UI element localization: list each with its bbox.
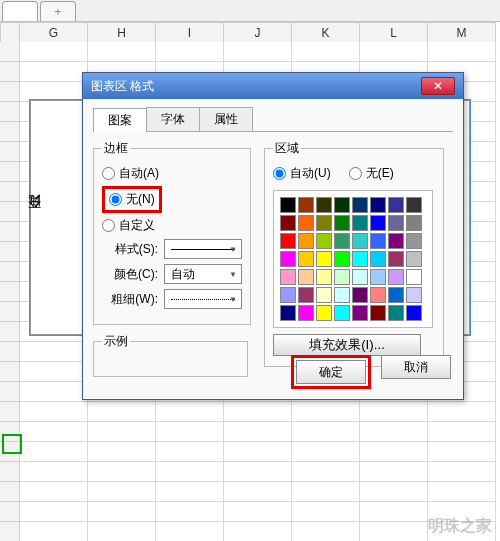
row-header[interactable]	[0, 322, 20, 342]
row-header[interactable]	[0, 242, 20, 262]
color-swatch[interactable]	[334, 215, 350, 231]
cell[interactable]	[292, 522, 360, 541]
cell[interactable]	[20, 42, 88, 62]
row-header[interactable]	[0, 142, 20, 162]
row-header[interactable]	[0, 102, 20, 122]
color-swatch[interactable]	[370, 251, 386, 267]
color-swatch[interactable]	[334, 233, 350, 249]
fill-effect-button[interactable]: 填充效果(I)...	[273, 334, 421, 356]
cell[interactable]	[88, 442, 156, 462]
cell[interactable]	[20, 422, 88, 442]
row-header[interactable]	[0, 262, 20, 282]
cell[interactable]	[292, 462, 360, 482]
row-header[interactable]	[0, 122, 20, 142]
cell[interactable]	[360, 502, 428, 522]
color-swatch[interactable]	[370, 197, 386, 213]
color-swatch[interactable]	[334, 287, 350, 303]
color-swatch[interactable]	[316, 233, 332, 249]
color-swatch[interactable]	[388, 215, 404, 231]
cell[interactable]	[360, 422, 428, 442]
cell[interactable]	[224, 402, 292, 422]
color-swatch[interactable]	[352, 251, 368, 267]
row-header[interactable]	[0, 362, 20, 382]
color-swatch[interactable]	[352, 197, 368, 213]
row-header[interactable]	[0, 482, 20, 502]
color-swatch[interactable]	[406, 251, 422, 267]
color-swatch[interactable]	[406, 197, 422, 213]
color-swatch[interactable]	[280, 251, 296, 267]
col-header[interactable]: M	[428, 22, 496, 44]
color-swatch[interactable]	[280, 233, 296, 249]
area-none-radio[interactable]	[349, 167, 362, 180]
cell[interactable]	[88, 522, 156, 541]
border-auto-radio[interactable]	[102, 167, 115, 180]
cell[interactable]	[428, 402, 496, 422]
cell[interactable]	[20, 382, 88, 402]
close-button[interactable]: ✕	[421, 77, 455, 95]
cell[interactable]	[156, 42, 224, 62]
color-swatch[interactable]	[316, 269, 332, 285]
cell[interactable]	[88, 422, 156, 442]
color-swatch[interactable]	[370, 269, 386, 285]
color-swatch[interactable]	[316, 251, 332, 267]
cell[interactable]	[156, 522, 224, 541]
color-combo[interactable]: 自动	[164, 264, 242, 284]
color-swatch[interactable]	[298, 197, 314, 213]
color-swatch[interactable]	[316, 305, 332, 321]
color-swatch[interactable]	[370, 287, 386, 303]
color-swatch[interactable]	[334, 197, 350, 213]
cell[interactable]	[156, 482, 224, 502]
color-swatch[interactable]	[352, 269, 368, 285]
color-swatch[interactable]	[280, 269, 296, 285]
row-header[interactable]	[0, 202, 20, 222]
col-header[interactable]: G	[20, 22, 88, 44]
row-header[interactable]	[0, 282, 20, 302]
color-swatch[interactable]	[298, 215, 314, 231]
color-swatch[interactable]	[352, 305, 368, 321]
row-header[interactable]	[0, 342, 20, 362]
cell[interactable]	[88, 482, 156, 502]
row-header[interactable]	[0, 42, 20, 62]
row-header[interactable]	[0, 222, 20, 242]
row-header[interactable]	[0, 462, 20, 482]
cell[interactable]	[292, 42, 360, 62]
style-combo[interactable]	[164, 239, 242, 259]
cell[interactable]	[20, 402, 88, 422]
cell[interactable]	[428, 442, 496, 462]
cell[interactable]	[88, 462, 156, 482]
cell[interactable]	[224, 522, 292, 541]
tab-pattern[interactable]: 图案	[93, 108, 147, 132]
cell[interactable]	[224, 422, 292, 442]
row-header[interactable]	[0, 502, 20, 522]
col-header[interactable]: I	[156, 22, 224, 44]
cell[interactable]	[88, 42, 156, 62]
color-swatch[interactable]	[406, 269, 422, 285]
cell[interactable]	[428, 482, 496, 502]
cell[interactable]	[428, 422, 496, 442]
cell[interactable]	[20, 362, 88, 382]
tab-font[interactable]: 字体	[146, 107, 200, 131]
color-swatch[interactable]	[334, 305, 350, 321]
cell[interactable]	[88, 402, 156, 422]
cell[interactable]	[88, 502, 156, 522]
cell[interactable]	[156, 422, 224, 442]
row-header[interactable]	[0, 522, 20, 541]
color-swatch[interactable]	[388, 305, 404, 321]
color-swatch[interactable]	[280, 215, 296, 231]
row-header[interactable]	[0, 402, 20, 422]
cell[interactable]	[20, 62, 88, 82]
cell[interactable]	[224, 482, 292, 502]
color-swatch[interactable]	[388, 251, 404, 267]
color-swatch[interactable]	[388, 269, 404, 285]
cell[interactable]	[292, 422, 360, 442]
cell[interactable]	[156, 502, 224, 522]
color-swatch[interactable]	[316, 287, 332, 303]
cell[interactable]	[20, 462, 88, 482]
cell[interactable]	[360, 442, 428, 462]
dialog-titlebar[interactable]: 图表区 格式 ✕	[83, 73, 463, 99]
color-swatch[interactable]	[388, 197, 404, 213]
color-swatch[interactable]	[370, 233, 386, 249]
color-swatch[interactable]	[388, 287, 404, 303]
color-swatch[interactable]	[298, 269, 314, 285]
cell[interactable]	[156, 402, 224, 422]
